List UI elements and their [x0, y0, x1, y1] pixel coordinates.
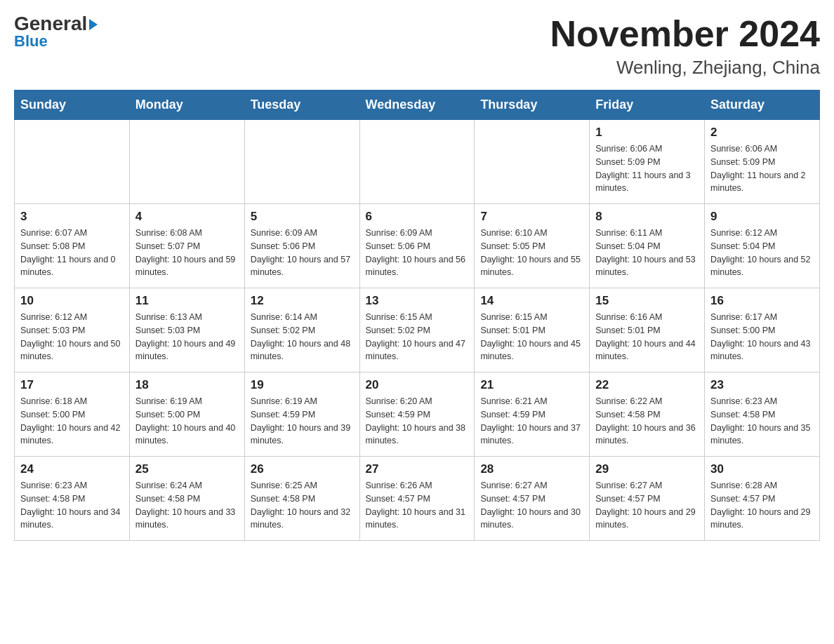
day-info: Sunrise: 6:23 AMSunset: 4:58 PMDaylight:… [710, 395, 814, 448]
table-row: 19Sunrise: 6:19 AMSunset: 4:59 PMDayligh… [244, 373, 359, 457]
day-number: 13 [366, 294, 469, 308]
calendar-week-row: 24Sunrise: 6:23 AMSunset: 4:58 PMDayligh… [15, 457, 820, 541]
day-number: 8 [595, 210, 699, 224]
day-number: 1 [595, 126, 699, 140]
calendar-header-row: Sunday Monday Tuesday Wednesday Thursday… [15, 90, 820, 120]
day-number: 3 [20, 210, 124, 224]
calendar-week-row: 10Sunrise: 6:12 AMSunset: 5:03 PMDayligh… [15, 288, 820, 373]
day-info: Sunrise: 6:12 AMSunset: 5:03 PMDaylight:… [20, 311, 124, 363]
logo-blue-text: Blue [14, 32, 48, 51]
day-info: Sunrise: 6:19 AMSunset: 4:59 PMDaylight:… [251, 395, 354, 448]
day-info: Sunrise: 6:13 AMSunset: 5:03 PMDaylight:… [135, 311, 239, 363]
day-number: 23 [710, 378, 814, 392]
day-info: Sunrise: 6:25 AMSunset: 4:58 PMDaylight:… [251, 479, 354, 532]
day-info: Sunrise: 6:09 AMSunset: 5:06 PMDaylight:… [366, 227, 469, 279]
day-number: 5 [251, 210, 354, 224]
day-number: 15 [595, 294, 699, 308]
table-row: 26Sunrise: 6:25 AMSunset: 4:58 PMDayligh… [244, 457, 359, 541]
col-wednesday: Wednesday [359, 90, 475, 120]
table-row: 7Sunrise: 6:10 AMSunset: 5:05 PMDaylight… [475, 204, 590, 288]
day-number: 25 [135, 462, 239, 476]
day-number: 21 [480, 378, 583, 392]
table-row [129, 120, 244, 204]
table-row: 14Sunrise: 6:15 AMSunset: 5:01 PMDayligh… [475, 288, 590, 373]
day-number: 11 [135, 294, 239, 308]
day-info: Sunrise: 6:28 AMSunset: 4:57 PMDaylight:… [710, 479, 814, 532]
table-row: 16Sunrise: 6:17 AMSunset: 5:00 PMDayligh… [705, 288, 820, 373]
table-row: 2Sunrise: 6:06 AMSunset: 5:09 PMDaylight… [705, 120, 820, 204]
calendar-subtitle: Wenling, Zhejiang, China [550, 57, 820, 79]
day-number: 20 [366, 378, 469, 392]
table-row: 18Sunrise: 6:19 AMSunset: 5:00 PMDayligh… [129, 373, 244, 457]
day-info: Sunrise: 6:16 AMSunset: 5:01 PMDaylight:… [595, 311, 699, 363]
day-number: 7 [480, 210, 583, 224]
table-row: 10Sunrise: 6:12 AMSunset: 5:03 PMDayligh… [15, 288, 130, 373]
day-info: Sunrise: 6:27 AMSunset: 4:57 PMDaylight:… [595, 479, 699, 532]
table-row: 20Sunrise: 6:20 AMSunset: 4:59 PMDayligh… [359, 373, 475, 457]
day-info: Sunrise: 6:12 AMSunset: 5:04 PMDaylight:… [710, 227, 814, 279]
col-sunday: Sunday [15, 90, 130, 120]
day-info: Sunrise: 6:19 AMSunset: 5:00 PMDaylight:… [135, 395, 239, 448]
table-row: 30Sunrise: 6:28 AMSunset: 4:57 PMDayligh… [705, 457, 820, 541]
table-row: 17Sunrise: 6:18 AMSunset: 5:00 PMDayligh… [15, 373, 130, 457]
table-row: 1Sunrise: 6:06 AMSunset: 5:09 PMDaylight… [590, 120, 705, 204]
day-number: 26 [251, 462, 354, 476]
day-number: 4 [135, 210, 239, 224]
day-info: Sunrise: 6:09 AMSunset: 5:06 PMDaylight:… [251, 227, 354, 279]
table-row: 9Sunrise: 6:12 AMSunset: 5:04 PMDaylight… [705, 204, 820, 288]
day-info: Sunrise: 6:15 AMSunset: 5:02 PMDaylight:… [366, 311, 469, 363]
table-row [475, 120, 590, 204]
day-info: Sunrise: 6:08 AMSunset: 5:07 PMDaylight:… [135, 227, 239, 279]
table-row: 22Sunrise: 6:22 AMSunset: 4:58 PMDayligh… [590, 373, 705, 457]
day-info: Sunrise: 6:18 AMSunset: 5:00 PMDaylight:… [20, 395, 124, 448]
day-info: Sunrise: 6:15 AMSunset: 5:01 PMDaylight:… [480, 311, 583, 363]
table-row: 5Sunrise: 6:09 AMSunset: 5:06 PMDaylight… [244, 204, 359, 288]
calendar-week-row: 17Sunrise: 6:18 AMSunset: 5:00 PMDayligh… [15, 373, 820, 457]
table-row: 21Sunrise: 6:21 AMSunset: 4:59 PMDayligh… [475, 373, 590, 457]
col-friday: Friday [590, 90, 705, 120]
day-number: 10 [20, 294, 124, 308]
table-row [244, 120, 359, 204]
day-number: 28 [480, 462, 583, 476]
day-number: 2 [710, 126, 814, 140]
table-row: 25Sunrise: 6:24 AMSunset: 4:58 PMDayligh… [129, 457, 244, 541]
day-info: Sunrise: 6:17 AMSunset: 5:00 PMDaylight:… [710, 311, 814, 363]
table-row: 3Sunrise: 6:07 AMSunset: 5:08 PMDaylight… [15, 204, 130, 288]
day-number: 17 [20, 378, 124, 392]
table-row: 12Sunrise: 6:14 AMSunset: 5:02 PMDayligh… [244, 288, 359, 373]
day-info: Sunrise: 6:27 AMSunset: 4:57 PMDaylight:… [480, 479, 583, 532]
calendar-week-row: 3Sunrise: 6:07 AMSunset: 5:08 PMDaylight… [15, 204, 820, 288]
day-number: 29 [595, 462, 699, 476]
col-monday: Monday [129, 90, 244, 120]
page-header: General Blue November 2024 Wenling, Zhej… [14, 14, 820, 79]
day-number: 22 [595, 378, 699, 392]
day-info: Sunrise: 6:07 AMSunset: 5:08 PMDaylight:… [20, 227, 124, 279]
day-number: 30 [710, 462, 814, 476]
table-row: 6Sunrise: 6:09 AMSunset: 5:06 PMDaylight… [359, 204, 475, 288]
table-row: 13Sunrise: 6:15 AMSunset: 5:02 PMDayligh… [359, 288, 475, 373]
logo: General Blue [14, 14, 98, 51]
day-info: Sunrise: 6:21 AMSunset: 4:59 PMDaylight:… [480, 395, 583, 448]
calendar-title: November 2024 [550, 14, 820, 54]
day-info: Sunrise: 6:26 AMSunset: 4:57 PMDaylight:… [366, 479, 469, 532]
title-section: November 2024 Wenling, Zhejiang, China [550, 14, 820, 79]
table-row: 11Sunrise: 6:13 AMSunset: 5:03 PMDayligh… [129, 288, 244, 373]
day-number: 9 [710, 210, 814, 224]
col-thursday: Thursday [475, 90, 590, 120]
calendar-table: Sunday Monday Tuesday Wednesday Thursday… [14, 90, 820, 541]
table-row: 27Sunrise: 6:26 AMSunset: 4:57 PMDayligh… [359, 457, 475, 541]
table-row [359, 120, 475, 204]
table-row: 4Sunrise: 6:08 AMSunset: 5:07 PMDaylight… [129, 204, 244, 288]
table-row: 29Sunrise: 6:27 AMSunset: 4:57 PMDayligh… [590, 457, 705, 541]
table-row: 8Sunrise: 6:11 AMSunset: 5:04 PMDaylight… [590, 204, 705, 288]
day-info: Sunrise: 6:06 AMSunset: 5:09 PMDaylight:… [595, 142, 699, 195]
table-row: 24Sunrise: 6:23 AMSunset: 4:58 PMDayligh… [15, 457, 130, 541]
day-number: 6 [366, 210, 469, 224]
table-row [15, 120, 130, 204]
day-info: Sunrise: 6:23 AMSunset: 4:58 PMDaylight:… [20, 479, 124, 532]
logo-general-text: General [14, 14, 98, 34]
day-number: 27 [366, 462, 469, 476]
col-saturday: Saturday [705, 90, 820, 120]
day-number: 12 [251, 294, 354, 308]
day-info: Sunrise: 6:14 AMSunset: 5:02 PMDaylight:… [251, 311, 354, 363]
